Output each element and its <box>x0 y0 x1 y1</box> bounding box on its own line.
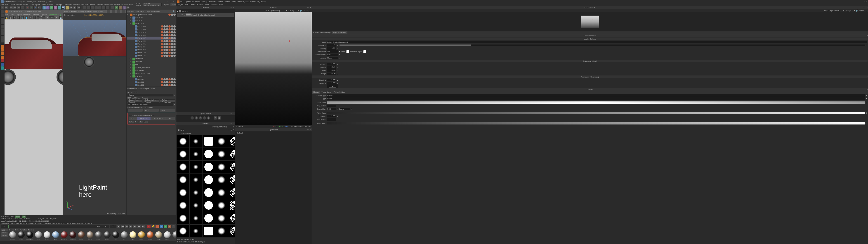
object-name[interactable]: Bolt.021 <box>137 84 160 86</box>
menu-help[interactable]: Help <box>129 4 133 6</box>
object-tag[interactable] <box>174 81 176 83</box>
redo-button[interactable]: ↷ <box>4 6 8 10</box>
mat-tab-function[interactable]: Function <box>20 229 27 231</box>
canvas-rgba-label[interactable]: RGB(A) <box>288 10 297 12</box>
preset-item[interactable] <box>215 212 228 224</box>
peg-location2-input[interactable] <box>327 118 336 121</box>
edit-play-button[interactable] <box>127 109 143 112</box>
spinner-icon[interactable]: ▴▾ <box>337 83 339 84</box>
object-tree-row[interactable]: ▸Camera <box>127 19 176 22</box>
panel-close-icon[interactable]: × <box>310 128 311 130</box>
object-tree-row[interactable]: Bolt.021 <box>127 84 176 87</box>
preset-item[interactable] <box>177 148 189 160</box>
object-tag[interactable] <box>166 46 168 48</box>
preset-item[interactable] <box>215 148 228 160</box>
menu-character[interactable]: Character <box>64 4 72 6</box>
preset-item[interactable] <box>203 174 215 186</box>
expand-icon[interactable]: ▸ <box>130 58 132 60</box>
preset-item[interactable] <box>215 225 228 237</box>
object-tag[interactable] <box>174 37 176 39</box>
lv-clip-icon[interactable]: 📎 <box>21 16 24 20</box>
axis-z[interactable]: Z <box>33 6 37 10</box>
type-dropdown[interactable]: Linear <box>327 97 865 100</box>
lv-refresh-icon[interactable]: ⟳ <box>13 16 16 20</box>
pv-filter[interactable]: Filter <box>93 10 97 12</box>
nav-back-icon[interactable]: ◀ <box>177 129 179 131</box>
object-tag[interactable] <box>168 25 170 28</box>
light-preview-canvas[interactable] <box>312 12 868 31</box>
content-type-dropdown[interactable]: Gradient <box>327 94 865 97</box>
preset-item[interactable] <box>190 199 202 212</box>
panel-close-icon[interactable]: × <box>866 6 868 8</box>
preset-item[interactable] <box>228 174 235 186</box>
menu-simulate[interactable]: Simulate <box>81 4 88 6</box>
preset-item[interactable] <box>228 148 235 160</box>
presets-colorspace[interactable]: sRGB (rgbMonitor) <box>212 126 232 128</box>
lc-brightness-icon[interactable]: ☀ <box>203 116 206 120</box>
object-tag[interactable] <box>161 78 163 81</box>
object-tag[interactable] <box>161 34 163 36</box>
timeline-range-b[interactable]: 90 <box>110 225 116 228</box>
hls-menu-window[interactable]: Window <box>211 4 217 6</box>
pv-display[interactable]: Display <box>78 10 84 12</box>
object-tree-row[interactable]: Plane.135 <box>127 54 176 57</box>
object-tag[interactable] <box>166 81 168 83</box>
light-list-item[interactable]: 👁 ○ Default Gradient Background <box>177 13 235 17</box>
object-tag[interactable] <box>168 55 170 57</box>
object-tag[interactable] <box>161 28 163 30</box>
lv-picker-icon[interactable]: 💧 <box>25 16 28 20</box>
object-tag[interactable] <box>161 55 163 57</box>
preview-exposure-value[interactable]: 1.0000 <box>859 10 864 12</box>
preset-item[interactable] <box>228 161 235 173</box>
menu-create[interactable]: Create <box>10 4 15 6</box>
object-tree-row[interactable]: Plane.037 <box>127 37 176 39</box>
pv-options[interactable]: Options <box>86 10 92 12</box>
object-name[interactable]: windows <box>135 61 175 63</box>
preset-item[interactable] <box>177 212 189 224</box>
object-tag[interactable] <box>168 28 170 30</box>
object-tree-row[interactable]: Bolt.022 <box>127 81 176 84</box>
object-tag[interactable] <box>163 52 166 54</box>
octane-dock-2[interactable] <box>1 48 4 52</box>
om-view[interactable]: View <box>135 10 139 12</box>
material-item[interactable]: reflector <box>146 231 154 240</box>
object-tree-row[interactable]: Plane.428 <box>127 39 176 42</box>
object-name[interactable]: tire_rubber <box>135 69 175 71</box>
object-tag[interactable] <box>171 84 173 86</box>
canvas-viewport[interactable] <box>235 12 312 125</box>
collapse-icon[interactable]: ▾ <box>867 60 868 62</box>
material-item[interactable]: amber <box>137 231 146 240</box>
menu-select[interactable]: Select <box>23 4 28 6</box>
timeline-last-icon[interactable]: ⏭ <box>141 224 145 228</box>
object-tag[interactable] <box>171 13 173 16</box>
material-item[interactable]: rim <box>120 231 128 240</box>
light-looks-panel[interactable]: ▸ Default <box>235 131 312 244</box>
folder-icon[interactable]: ▸ <box>177 10 178 12</box>
object-name[interactable]: Camera <box>135 20 175 22</box>
timeline-next-frame-icon[interactable]: ▶ <box>133 224 137 228</box>
collapse-icon[interactable]: ▾ <box>867 38 868 40</box>
preset-item[interactable] <box>190 174 202 186</box>
viewport-nav-2[interactable] <box>112 10 115 13</box>
light-list[interactable]: ▸ Default 👁 ○ Default Gradient Backgroun… <box>176 9 235 112</box>
panel-undock-icon[interactable]: □ <box>307 6 309 8</box>
object-name[interactable]: interiorplastic_bits <box>135 72 175 74</box>
object-name[interactable]: body_paint <box>135 22 175 24</box>
octane-dock-4[interactable] <box>1 56 4 59</box>
subcategory-label[interactable]: StudioLights <box>181 132 191 134</box>
viewport-nav-3[interactable] <box>117 10 120 13</box>
material-item[interactable]: light <box>129 231 137 240</box>
camera-button[interactable]: 📷 <box>61 6 65 10</box>
panel-undock-icon[interactable]: □ <box>230 122 232 124</box>
key-pos-icon[interactable]: P <box>155 224 159 228</box>
object-tag[interactable] <box>171 37 173 39</box>
spline-primitive[interactable]: ∿ <box>46 6 50 10</box>
interpolation2-dropdown[interactable]: Cosine <box>339 108 350 110</box>
object-tree-row[interactable]: ▸chrome_hardware <box>127 66 176 69</box>
object-tag[interactable] <box>166 43 168 45</box>
preset-item[interactable] <box>177 174 189 186</box>
object-tag[interactable] <box>171 43 173 45</box>
pv-view[interactable]: View <box>64 10 68 12</box>
object-tag[interactable] <box>171 46 173 48</box>
deformer-button[interactable]: ◈ <box>54 6 57 10</box>
